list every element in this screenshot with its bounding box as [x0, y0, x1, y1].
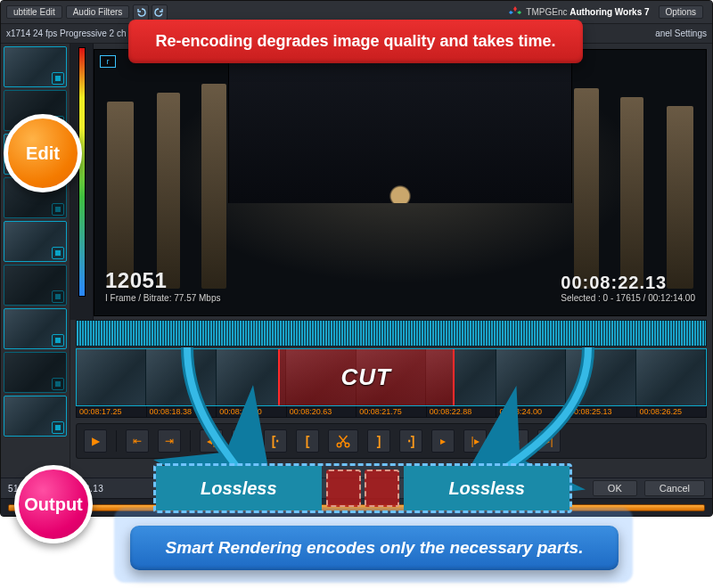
go-start-button[interactable]: ▸	[505, 429, 529, 453]
clip-thumb[interactable]	[4, 46, 67, 87]
brand-name: TMPGEnc Authoring Works 7	[526, 7, 649, 17]
selection-range: Selected : 0 - 17615 / 00:12:14.00	[561, 293, 695, 303]
media-specs: x1714 24 fps Progressive 2 ch	[6, 29, 127, 38]
panel-settings-label[interactable]: anel Settings	[655, 29, 707, 38]
set-out-to-button[interactable]: ⋅]	[399, 429, 422, 453]
step-fwd-button[interactable]: ▸	[431, 429, 455, 453]
timeline[interactable]: CUT 00:08:17.25 00:08:18.38 00:08:19.50 …	[76, 348, 707, 418]
play-button[interactable]: ▶	[84, 429, 107, 453]
cancel-button[interactable]: Cancel	[644, 480, 705, 496]
clip-thumb[interactable]	[4, 396, 67, 437]
cut-button[interactable]	[328, 429, 358, 453]
annotation-edit-badge: Edit	[4, 114, 82, 192]
diagram-lossless-right: Lossless	[404, 466, 570, 510]
frame-number: 12051	[105, 268, 221, 293]
clip-thumb[interactable]	[4, 308, 67, 349]
next-mark-button[interactable]: ⇥	[158, 429, 181, 453]
video-preview[interactable]: r 12051 I Frame / Bitrate: 77.57 Mbps 00…	[94, 49, 707, 316]
frame-info: I Frame / Bitrate: 77.57 Mbps	[105, 293, 221, 303]
clip-thumb[interactable]	[4, 221, 67, 262]
step-back-button[interactable]: ◂	[232, 429, 255, 453]
cut-region-marker: CUT	[278, 349, 455, 405]
ok-button[interactable]: OK	[593, 480, 637, 496]
set-in-to-button[interactable]: [⋅	[264, 429, 287, 453]
annotation-red-banner: Re-encoding degrades image quality and t…	[128, 20, 583, 63]
annotation-diagram: Lossless Lossless	[153, 463, 572, 513]
transport-controls: ▶ ⇤ ⇥ ◂| ◂ [⋅ [ ] ⋅] ▸	[76, 423, 707, 459]
timecode-ruler: 00:08:17.25 00:08:18.38 00:08:19.50 00:0…	[76, 406, 707, 418]
frame-timecode: 00:08:22.13	[561, 273, 695, 293]
redo-icon[interactable]	[152, 4, 168, 20]
app-window: ubtitle Edit Audio Filters TMPGEnc Autho…	[0, 0, 713, 517]
scissors-icon	[335, 433, 351, 449]
clip-thumb[interactable]	[4, 352, 67, 393]
color-probe-icon[interactable]: r	[100, 55, 116, 68]
clip-bin[interactable]	[1, 44, 70, 473]
go-end-button[interactable]: ▸|	[537, 429, 561, 453]
annotation-blue-banner: Smart Rendering encodes only the necessa…	[130, 526, 619, 570]
prev-mark-button[interactable]: ⇤	[126, 429, 149, 453]
brand-icon	[508, 5, 522, 20]
options-button[interactable]: Options	[659, 5, 703, 19]
filmstrip[interactable]: CUT	[76, 348, 707, 406]
audio-filters-button[interactable]: Audio Filters	[66, 5, 130, 19]
diagram-lossless-left: Lossless	[156, 466, 322, 510]
annotation-output-badge: Output	[14, 465, 93, 543]
subtitle-edit-button[interactable]: ubtitle Edit	[6, 5, 62, 19]
audio-level-meter	[70, 44, 94, 320]
undo-icon[interactable]	[133, 4, 149, 20]
clip-thumb[interactable]	[4, 265, 67, 306]
set-out-button[interactable]: ]	[367, 429, 390, 453]
diagram-reencoded-middle	[322, 466, 405, 510]
step-fwd-keyframe-button[interactable]: |▸	[463, 429, 487, 453]
audio-waveform[interactable]	[76, 320, 707, 347]
set-in-button[interactable]: [	[296, 429, 319, 453]
brand-logo: TMPGEnc Authoring Works 7	[508, 5, 649, 20]
step-back-keyframe-button[interactable]: ◂|	[200, 429, 223, 453]
